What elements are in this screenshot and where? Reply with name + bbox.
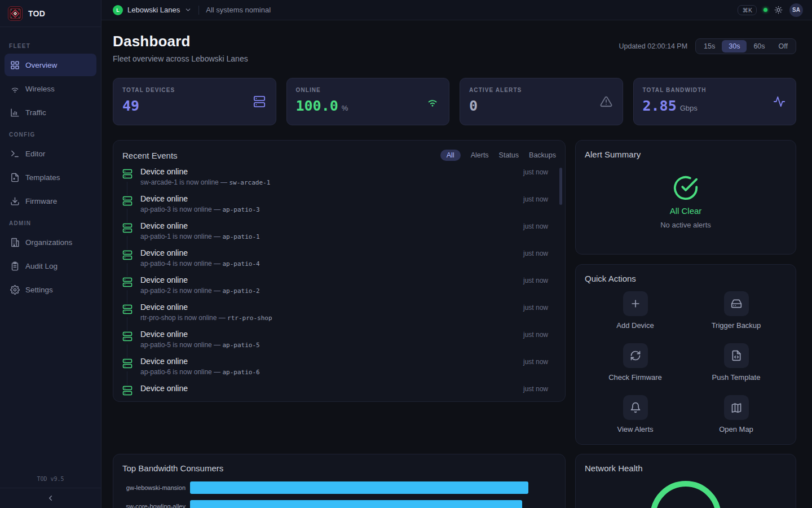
interval-off-button[interactable]: Off xyxy=(772,40,795,52)
sidebar-item-label: Templates xyxy=(25,173,60,182)
building-icon xyxy=(10,238,20,247)
quick-action-trigger-backup[interactable]: Trigger Backup xyxy=(686,291,787,330)
bandwidth-chart-title: Top Bandwidth Consumers xyxy=(122,463,556,473)
sidebar-item-organizations[interactable]: Organizations xyxy=(5,231,96,253)
system-status-text: All systems nominal xyxy=(206,6,271,14)
event-message: ap-patio-4 is now online — ap-patio-4 xyxy=(140,260,556,268)
event-row: Device online rtr-pro-shop is now online… xyxy=(122,302,556,329)
interval-30s-button[interactable]: 30s xyxy=(722,40,747,52)
event-message: ap-patio-5 is now online — ap-patio-5 xyxy=(140,341,556,349)
sidebar-item-label: Traffic xyxy=(25,108,46,117)
sidebar-item-templates[interactable]: Templates xyxy=(5,166,96,189)
server-icon xyxy=(122,304,133,314)
bandwidth-bar-fill xyxy=(190,500,522,508)
sidebar-item-traffic[interactable]: Traffic xyxy=(5,101,96,124)
event-timestamp: just now xyxy=(523,222,548,230)
quick-action-check-firmware[interactable]: Check Firmware xyxy=(585,343,686,382)
sidebar-item-audit-log[interactable]: Audit Log xyxy=(5,255,96,277)
interval-15s-button[interactable]: 15s xyxy=(697,40,722,52)
event-device-tag: rtr-pro-shop xyxy=(227,314,272,322)
sidebar-collapse-button[interactable] xyxy=(0,488,101,508)
event-device-tag: ap-patio-3 xyxy=(222,206,259,213)
quick-action-view-alerts[interactable]: View Alerts xyxy=(585,395,686,433)
bar-chart-icon xyxy=(10,108,20,117)
chevron-down-icon xyxy=(184,6,192,14)
tab-alerts[interactable]: Alerts xyxy=(471,151,489,159)
event-message: sw-arcade-1 is now online — sw-arcade-1 xyxy=(140,178,556,186)
event-timestamp: just now xyxy=(523,249,548,257)
server-icon xyxy=(122,386,133,396)
event-timestamp: just now xyxy=(523,195,548,203)
event-row: Device online ap-patio-5 is now online —… xyxy=(122,329,556,356)
app-version: TOD v9.5 xyxy=(0,476,101,488)
topbar-divider xyxy=(198,6,199,15)
sidebar-item-label: Wireless xyxy=(25,85,55,93)
event-timestamp: just now xyxy=(523,304,548,312)
sidebar-nav: FLEET Overview Wireless Traffic CONFIG E… xyxy=(0,27,101,302)
stat-value: 2.85 xyxy=(643,98,677,114)
sidebar-item-label: Organizations xyxy=(25,238,72,247)
sidebar-item-editor[interactable]: Editor xyxy=(5,142,96,165)
sidebar-item-label: Audit Log xyxy=(25,262,58,270)
sidebar-footer: TOD v9.5 xyxy=(0,476,101,508)
event-timestamp: just now xyxy=(523,331,548,339)
event-device-tag: ap-patio-5 xyxy=(222,341,259,349)
server-icon xyxy=(122,250,133,260)
event-title: Device online xyxy=(140,167,556,176)
clipboard-icon xyxy=(10,261,20,271)
terminal-icon xyxy=(10,149,20,159)
event-title: Device online xyxy=(140,383,556,393)
layout-grid-icon xyxy=(10,60,20,70)
stat-value: 0 xyxy=(469,98,478,114)
events-scrollbar-thumb[interactable] xyxy=(559,168,562,205)
command-palette-shortcut[interactable]: ⌘K xyxy=(738,5,757,15)
event-timestamp: just now xyxy=(523,385,548,393)
server-icon xyxy=(122,277,133,287)
tab-status[interactable]: Status xyxy=(499,151,519,159)
server-icon xyxy=(253,95,266,108)
alert-detail-text: No active alerts xyxy=(660,221,711,229)
server-icon xyxy=(122,223,133,233)
event-device-tag: ap-patio-1 xyxy=(222,233,259,240)
bandwidth-device-label: gw-lebowski-mansion xyxy=(122,484,186,491)
app-name: TOD xyxy=(28,9,45,18)
network-health-score: 100 xyxy=(649,480,722,508)
bandwidth-consumers-panel: Top Bandwidth Consumers gw-lebowski-mans… xyxy=(113,454,566,508)
quick-action-open-map[interactable]: Open Map xyxy=(686,395,787,433)
stat-cards: TOTAL DEVICES 49 ONLINE 100.0 % xyxy=(113,78,796,125)
tab-backups[interactable]: Backups xyxy=(529,151,556,159)
sidebar-item-settings[interactable]: Settings xyxy=(5,278,96,301)
theme-toggle-button[interactable] xyxy=(774,6,783,14)
wifi-icon xyxy=(10,84,20,94)
event-row: Device online sw-arcade-1 is now online … xyxy=(122,167,556,194)
stat-label: ACTIVE ALERTS xyxy=(469,87,614,93)
events-filter-tabs: All Alerts Status Backups xyxy=(440,150,556,161)
hard-drive-icon xyxy=(724,291,749,316)
quick-action-label: Trigger Backup xyxy=(712,321,761,330)
bandwidth-bar-row: sw-core-bowling-alley xyxy=(122,500,556,508)
org-switcher[interactable]: L Lebowski Lanes xyxy=(113,5,192,15)
bandwidth-bar-row: gw-lebowski-mansion xyxy=(122,481,556,494)
stat-label: ONLINE xyxy=(296,87,440,93)
event-message: ap-patio-3 is now online — ap-patio-3 xyxy=(140,205,556,213)
bandwidth-bar-rows: gw-lebowski-mansion sw-core-bowling-alle… xyxy=(122,481,556,508)
sidebar-item-wireless[interactable]: Wireless xyxy=(5,77,96,100)
sidebar-item-label: Editor xyxy=(25,150,45,158)
quick-action-push-template[interactable]: Push Template xyxy=(686,343,787,382)
event-timestamp: just now xyxy=(523,358,548,366)
event-title: Device online xyxy=(140,275,556,284)
quick-action-add-device[interactable]: Add Device xyxy=(585,291,686,330)
quick-action-label: View Alerts xyxy=(617,425,653,433)
event-row: Device online ap-patio-6 is now online —… xyxy=(122,356,556,383)
tab-all[interactable]: All xyxy=(440,150,461,161)
sidebar-item-overview[interactable]: Overview xyxy=(5,54,96,76)
app-logo-row: TOD xyxy=(0,0,101,27)
interval-60s-button[interactable]: 60s xyxy=(747,40,771,52)
topbar: L Lebowski Lanes All systems nominal ⌘K … xyxy=(102,0,812,20)
user-avatar[interactable]: SA xyxy=(789,3,803,17)
bandwidth-device-label: sw-core-bowling-alley xyxy=(122,503,186,508)
event-message: ap-patio-6 is now online — ap-patio-6 xyxy=(140,368,556,376)
sidebar-item-firmware[interactable]: Firmware xyxy=(5,190,96,212)
nav-section-admin: ADMIN xyxy=(9,220,92,226)
event-timestamp: just now xyxy=(523,277,548,284)
